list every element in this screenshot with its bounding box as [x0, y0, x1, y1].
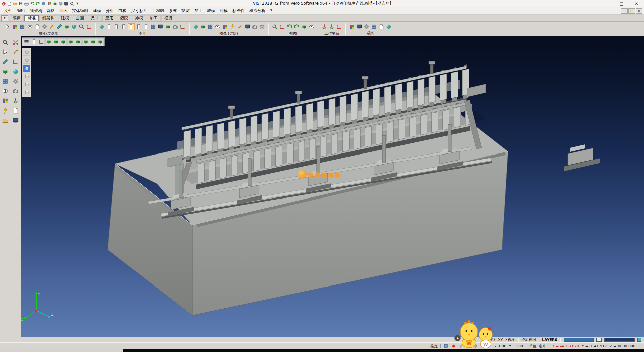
model-3d[interactable]	[108, 61, 600, 315]
viewport-layout-3-icon[interactable]	[121, 24, 127, 30]
menu-item-mesh[interactable]: 网格	[44, 7, 57, 14]
quick-input-icon[interactable]	[459, 344, 463, 348]
rotate-right-icon[interactable]	[294, 24, 300, 30]
maximize-button[interactable]: □	[614, 0, 629, 7]
menu-item-mold[interactable]: 塑模	[205, 7, 217, 14]
snap-grid-icon[interactable]	[444, 344, 448, 348]
selection-filter-icon[interactable]	[5, 24, 11, 30]
render-sphere-icon[interactable]	[99, 24, 105, 30]
library-tool-icon[interactable]	[2, 117, 9, 124]
shaded-toggle-icon[interactable]	[31, 38, 37, 45]
top-view-icon[interactable]	[60, 38, 67, 45]
view-tool-icon[interactable]	[2, 88, 9, 94]
grid-toggle-icon[interactable]	[150, 24, 156, 30]
workplane-align-icon[interactable]	[329, 24, 335, 30]
menu-item-standard-parts[interactable]: 标准件	[230, 7, 247, 14]
snapshot-icon[interactable]	[172, 24, 178, 30]
advanced-render-icon[interactable]	[259, 24, 265, 30]
ucs-cube-icon[interactable]	[484, 344, 489, 348]
menu-item-moldflow[interactable]: 模流分析	[247, 7, 268, 14]
selection-mode-3-button[interactable]	[23, 65, 30, 72]
colors-icon[interactable]	[47, 1, 52, 6]
background-color-swatch[interactable]	[604, 338, 635, 342]
menu-item-modeling[interactable]: 建模	[91, 7, 103, 14]
settings-icon[interactable]	[58, 1, 63, 6]
viewport-layout-2-icon[interactable]	[113, 24, 119, 30]
undo-icon[interactable]	[30, 1, 35, 6]
search-filter-icon[interactable]	[78, 24, 85, 30]
workplane-icon[interactable]	[321, 24, 327, 30]
left-view-icon[interactable]	[75, 38, 82, 45]
image-tool-icon[interactable]	[12, 88, 19, 94]
trim-tool-icon[interactable]	[12, 39, 19, 46]
right-view-icon[interactable]	[67, 38, 74, 45]
selection-mode-4-button[interactable]	[23, 73, 30, 80]
layer-color-swatch[interactable]	[564, 338, 594, 342]
tab-surface[interactable]: 曲面	[73, 15, 87, 21]
tab-die[interactable]: 冲模	[132, 15, 146, 21]
shaded-view-icon[interactable]	[193, 24, 199, 30]
transparency-icon[interactable]	[215, 24, 221, 30]
doc-tool-icon[interactable]	[12, 107, 19, 114]
view-menu-icon[interactable]	[23, 38, 30, 45]
grid-settings-icon[interactable]	[371, 24, 377, 30]
hidden-line-icon[interactable]	[207, 24, 213, 30]
layer-filter-icon[interactable]	[19, 24, 25, 30]
zoom-icon[interactable]	[272, 24, 278, 30]
menu-item-machining[interactable]: 加工	[192, 7, 205, 14]
menu-item-help[interactable]: ?	[268, 8, 274, 14]
multi-window-icon[interactable]	[158, 24, 164, 30]
status-settings-icon[interactable]	[473, 344, 478, 348]
menu-item-edit[interactable]: 编辑	[15, 7, 28, 14]
display-tool-icon[interactable]	[12, 117, 19, 124]
plane-tool-icon[interactable]	[12, 97, 19, 104]
tab-wireframe[interactable]: 线架构	[39, 15, 57, 21]
tab-machining[interactable]: 加工	[147, 15, 161, 21]
tab-edit[interactable]: 编辑	[10, 15, 24, 21]
tab-standard[interactable]: 标准	[24, 15, 39, 21]
viewport-layout-6-icon[interactable]	[143, 24, 149, 30]
doc-restore-button[interactable]: □	[628, 8, 635, 14]
iso-view-icon[interactable]	[45, 38, 52, 45]
bottom-view-icon[interactable]	[90, 38, 96, 45]
dynamic-rotate-icon[interactable]	[38, 38, 45, 45]
menu-item-drafting[interactable]: 工程图	[150, 7, 166, 14]
print-icon[interactable]	[24, 1, 29, 6]
move-tool-icon[interactable]	[12, 58, 19, 65]
shading-filter-icon[interactable]	[71, 24, 77, 30]
axis-filter-icon[interactable]	[86, 24, 92, 30]
info-status-icon[interactable]	[466, 344, 471, 348]
solid-tool-icon[interactable]	[2, 68, 9, 75]
selection-mode-2-button[interactable]	[23, 57, 30, 64]
options-tool-icon[interactable]	[12, 78, 19, 85]
selection-mode-6-button[interactable]	[23, 89, 30, 96]
settings-filter-icon[interactable]	[42, 24, 48, 30]
active-layer-button[interactable]: LAYER0	[542, 338, 557, 342]
back-view-icon[interactable]	[82, 38, 89, 45]
tab-modeling[interactable]: 建模	[58, 15, 72, 21]
color-tool-icon[interactable]	[2, 97, 9, 104]
close-button[interactable]: ×	[629, 0, 644, 7]
tab-list-dropdown-icon[interactable]: ▼	[1, 15, 8, 21]
cube-icon[interactable]	[53, 1, 57, 6]
display-config-icon[interactable]	[356, 24, 362, 30]
view-visibility-icon[interactable]	[309, 24, 315, 30]
modify-attributes-icon[interactable]	[49, 24, 55, 30]
open-file-icon[interactable]	[13, 1, 17, 6]
pen-color-chip[interactable]	[596, 338, 602, 342]
mesh-tool-icon[interactable]	[2, 78, 9, 85]
menu-item-system[interactable]: 系统	[166, 7, 179, 14]
color-table-icon[interactable]	[349, 24, 355, 30]
color-filter-icon[interactable]	[12, 24, 18, 30]
viewport-layout-1-icon[interactable]	[106, 24, 112, 30]
new-file-icon[interactable]	[7, 1, 12, 6]
element-type-icon[interactable]	[64, 24, 70, 30]
system-settings-icon[interactable]	[364, 24, 370, 30]
menu-item-wireframe[interactable]: 线架构	[28, 7, 44, 14]
menu-item-solid-edit[interactable]: 实体编辑	[70, 7, 91, 14]
render-quality-icon[interactable]	[386, 24, 392, 30]
doc-minimize-button[interactable]: –	[621, 8, 628, 14]
capture-image-icon[interactable]	[252, 24, 258, 30]
search-icon[interactable]	[70, 1, 74, 6]
visibility-filter-icon[interactable]	[27, 24, 33, 30]
